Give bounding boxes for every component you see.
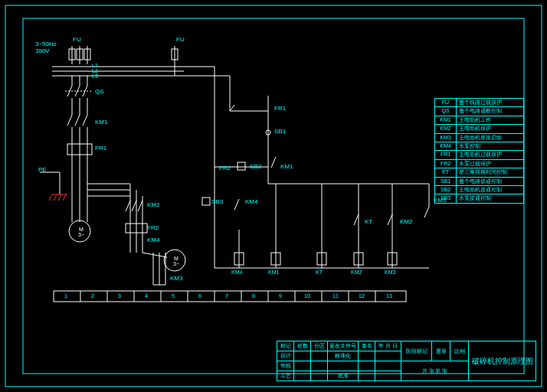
km1-aux-label: KM1 (280, 164, 293, 170)
km1-main-label: KM1 (95, 119, 107, 126)
svg-line-47 (132, 201, 136, 211)
drawing-title: 破碎机控制原理图 (469, 341, 536, 381)
contactor-km1 (67, 115, 87, 144)
line-l3-label: L3 (92, 74, 98, 79)
coil-km4-label: KM4 (231, 270, 242, 275)
qs-label: QS (95, 89, 104, 95)
power-freq-label: 3~50Hz (35, 41, 57, 47)
km2-label: KM2 (147, 202, 159, 208)
svg-line-27 (75, 115, 80, 126)
svg-rect-78 (202, 198, 210, 205)
contactor-km3 (153, 253, 165, 285)
bus-lines (52, 67, 184, 76)
power-volt-label: 380V (35, 48, 50, 54)
fr1-aux-label: FR1 (274, 106, 286, 112)
svg-line-46 (126, 201, 130, 211)
pe-label: PE (38, 167, 47, 173)
terminal-strip (54, 291, 406, 302)
fr1-label: FR1 (95, 145, 106, 152)
switch-qs (65, 76, 92, 115)
term-8: 8 (252, 293, 255, 299)
fr2-label: FR2 (147, 225, 159, 231)
svg-line-94 (234, 199, 239, 210)
term-5: 5 (172, 293, 175, 299)
line-l1-label: L1 (92, 63, 98, 68)
term-13: 13 (386, 293, 392, 299)
svg-line-92 (388, 214, 392, 225)
contactor-km2 (126, 201, 142, 211)
coil-km3-label: KM3 (385, 270, 395, 275)
motor1-label: M3~ (74, 227, 89, 237)
fuse-right-label: FU (176, 37, 185, 43)
svg-line-67 (58, 194, 61, 201)
term-11: 11 (332, 293, 339, 299)
coil-km1-label: KM1 (268, 270, 279, 275)
svg-rect-77 (237, 162, 245, 170)
sb3-label: SB3 (211, 199, 223, 205)
svg-line-68 (63, 194, 66, 201)
svg-line-96 (424, 207, 429, 217)
km4-aux-label: KM4 (245, 199, 257, 205)
fuse-left-label: FU (73, 37, 81, 43)
term-9: 9 (279, 293, 282, 299)
svg-rect-97 (54, 291, 406, 302)
coil-kt-label: KT (316, 270, 323, 275)
svg-line-93 (271, 157, 276, 168)
sb2-label: SB2 (250, 164, 261, 170)
control-ladder (202, 88, 429, 268)
term-1: 1 (64, 293, 67, 299)
line-l2-label: L2 (92, 68, 98, 74)
sb1-label: SB1 (274, 129, 286, 135)
thermal-fr1 (67, 144, 92, 161)
ground-pe (40, 172, 67, 201)
term-10: 10 (304, 293, 310, 299)
fuse-group-left (69, 46, 90, 64)
term-2: 2 (91, 293, 94, 299)
term-3: 3 (118, 293, 121, 299)
svg-line-91 (354, 214, 359, 225)
coil-km2-label: KM2 (351, 270, 362, 275)
term-6: 6 (198, 293, 201, 299)
svg-line-66 (54, 194, 57, 201)
km3-label: KM3 (170, 276, 182, 282)
km2-nc-label: KM2 (400, 219, 412, 225)
svg-line-28 (83, 115, 87, 126)
term-4: 4 (145, 293, 148, 299)
fr2-aux-label: FR2 (219, 165, 231, 172)
motor2-label: M3~ (169, 256, 184, 266)
svg-line-48 (138, 201, 142, 211)
legend-table: FU整个线路过载保护 QS整个电路通断控制 KM1主电动机工作 KM2主电动机保… (434, 98, 524, 204)
term-7: 7 (225, 293, 228, 299)
title-block: 标记 处数 分区 更改文件号 签名 年 月 日 阶段标记 重量 比例 破碎机控制… (277, 341, 536, 381)
kt-label: KT (365, 219, 372, 225)
svg-line-57 (142, 253, 167, 257)
svg-line-65 (49, 194, 52, 201)
svg-line-26 (67, 115, 72, 126)
km4-main-label: KM4 (147, 237, 159, 243)
term-12: 12 (359, 293, 365, 299)
